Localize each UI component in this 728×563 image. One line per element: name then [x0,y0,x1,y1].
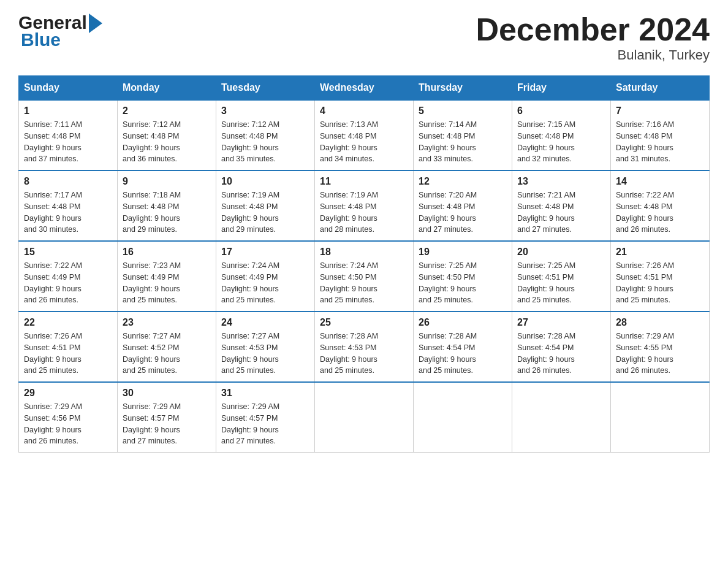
day-number: 7 [616,105,704,117]
day-info: Sunrise: 7:24 AM Sunset: 4:49 PM Dayligh… [221,260,309,306]
calendar-day-cell: 31 Sunrise: 7:29 AM Sunset: 4:57 PM Dayl… [216,382,315,453]
day-info: Sunrise: 7:27 AM Sunset: 4:53 PM Dayligh… [221,331,309,377]
day-number: 31 [221,388,309,399]
day-number: 6 [517,105,605,117]
day-number: 13 [517,176,605,187]
calendar-day-cell: 11 Sunrise: 7:19 AM Sunset: 4:48 PM Dayl… [315,170,414,241]
day-info: Sunrise: 7:15 AM Sunset: 4:48 PM Dayligh… [517,119,605,165]
day-info: Sunrise: 7:29 AM Sunset: 4:56 PM Dayligh… [24,401,112,447]
day-info: Sunrise: 7:29 AM Sunset: 4:57 PM Dayligh… [221,401,309,447]
day-info: Sunrise: 7:29 AM Sunset: 4:57 PM Dayligh… [123,401,211,447]
calendar-day-cell: 16 Sunrise: 7:23 AM Sunset: 4:49 PM Dayl… [118,241,216,312]
calendar-day-cell: 1 Sunrise: 7:11 AM Sunset: 4:48 PM Dayli… [19,100,118,170]
day-number: 17 [221,247,309,258]
calendar-day-header: Wednesday [315,76,414,101]
day-number: 20 [517,247,605,258]
day-info: Sunrise: 7:12 AM Sunset: 4:48 PM Dayligh… [123,119,211,165]
day-info: Sunrise: 7:25 AM Sunset: 4:51 PM Dayligh… [517,260,605,306]
calendar-day-cell: 23 Sunrise: 7:27 AM Sunset: 4:52 PM Dayl… [118,312,216,382]
day-number: 22 [24,317,112,328]
calendar-day-cell: 2 Sunrise: 7:12 AM Sunset: 4:48 PM Dayli… [118,100,216,170]
calendar-day-cell: 7 Sunrise: 7:16 AM Sunset: 4:48 PM Dayli… [611,100,710,170]
day-number: 5 [419,105,507,117]
page-header: General Blue December 2024 Bulanik, Turk… [18,12,710,63]
day-info: Sunrise: 7:22 AM Sunset: 4:48 PM Dayligh… [616,190,704,236]
day-info: Sunrise: 7:19 AM Sunset: 4:48 PM Dayligh… [320,190,408,236]
day-number: 29 [24,388,112,399]
page-title: December 2024 [476,12,710,47]
calendar-day-cell: 25 Sunrise: 7:28 AM Sunset: 4:53 PM Dayl… [315,312,414,382]
calendar-day-cell: 4 Sunrise: 7:13 AM Sunset: 4:48 PM Dayli… [315,100,414,170]
day-number: 1 [24,105,112,117]
calendar-day-cell: 8 Sunrise: 7:17 AM Sunset: 4:48 PM Dayli… [19,170,118,241]
calendar-day-cell: 18 Sunrise: 7:24 AM Sunset: 4:50 PM Dayl… [315,241,414,312]
calendar-day-cell: 14 Sunrise: 7:22 AM Sunset: 4:48 PM Dayl… [611,170,710,241]
day-info: Sunrise: 7:22 AM Sunset: 4:49 PM Dayligh… [24,260,112,306]
logo-blue-text: Blue [21,29,61,50]
calendar-day-header: Sunday [19,76,118,101]
day-number: 25 [320,317,408,328]
calendar-day-cell: 13 Sunrise: 7:21 AM Sunset: 4:48 PM Dayl… [512,170,611,241]
calendar-day-cell [611,382,710,453]
day-info: Sunrise: 7:27 AM Sunset: 4:52 PM Dayligh… [123,331,211,377]
calendar-day-cell: 26 Sunrise: 7:28 AM Sunset: 4:54 PM Dayl… [414,312,512,382]
calendar-day-header: Friday [512,76,611,101]
day-info: Sunrise: 7:17 AM Sunset: 4:48 PM Dayligh… [24,190,112,236]
calendar-week-row: 8 Sunrise: 7:17 AM Sunset: 4:48 PM Dayli… [19,170,710,241]
calendar-day-cell: 24 Sunrise: 7:27 AM Sunset: 4:53 PM Dayl… [216,312,315,382]
day-number: 26 [419,317,507,328]
day-info: Sunrise: 7:19 AM Sunset: 4:48 PM Dayligh… [221,190,309,236]
calendar-day-cell [512,382,611,453]
page-subtitle: Bulanik, Turkey [476,47,710,63]
day-info: Sunrise: 7:16 AM Sunset: 4:48 PM Dayligh… [616,119,704,165]
day-number: 11 [320,176,408,187]
day-info: Sunrise: 7:28 AM Sunset: 4:54 PM Dayligh… [419,331,507,377]
calendar-week-row: 15 Sunrise: 7:22 AM Sunset: 4:49 PM Dayl… [19,241,710,312]
calendar-day-cell: 9 Sunrise: 7:18 AM Sunset: 4:48 PM Dayli… [118,170,216,241]
day-number: 2 [123,105,211,117]
day-number: 19 [419,247,507,258]
calendar-week-row: 22 Sunrise: 7:26 AM Sunset: 4:51 PM Dayl… [19,312,710,382]
day-number: 12 [419,176,507,187]
calendar-week-row: 1 Sunrise: 7:11 AM Sunset: 4:48 PM Dayli… [19,100,710,170]
day-number: 10 [221,176,309,187]
day-number: 18 [320,247,408,258]
day-number: 16 [123,247,211,258]
calendar-day-cell [315,382,414,453]
calendar-day-cell: 12 Sunrise: 7:20 AM Sunset: 4:48 PM Dayl… [414,170,512,241]
calendar-week-row: 29 Sunrise: 7:29 AM Sunset: 4:56 PM Dayl… [19,382,710,453]
day-number: 8 [24,176,112,187]
day-info: Sunrise: 7:26 AM Sunset: 4:51 PM Dayligh… [616,260,704,306]
day-info: Sunrise: 7:24 AM Sunset: 4:50 PM Dayligh… [320,260,408,306]
logo-arrow-icon [89,13,102,33]
calendar-day-header: Saturday [611,76,710,101]
calendar-day-cell: 3 Sunrise: 7:12 AM Sunset: 4:48 PM Dayli… [216,100,315,170]
calendar-day-cell: 6 Sunrise: 7:15 AM Sunset: 4:48 PM Dayli… [512,100,611,170]
calendar-day-cell: 20 Sunrise: 7:25 AM Sunset: 4:51 PM Dayl… [512,241,611,312]
day-number: 23 [123,317,211,328]
day-info: Sunrise: 7:21 AM Sunset: 4:48 PM Dayligh… [517,190,605,236]
calendar-day-header: Monday [118,76,216,101]
calendar-day-cell: 10 Sunrise: 7:19 AM Sunset: 4:48 PM Dayl… [216,170,315,241]
calendar-day-cell: 30 Sunrise: 7:29 AM Sunset: 4:57 PM Dayl… [118,382,216,453]
calendar-day-cell: 28 Sunrise: 7:29 AM Sunset: 4:55 PM Dayl… [611,312,710,382]
calendar-header-row: SundayMondayTuesdayWednesdayThursdayFrid… [19,76,710,101]
calendar-table: SundayMondayTuesdayWednesdayThursdayFrid… [18,75,710,453]
day-number: 14 [616,176,704,187]
day-number: 28 [616,317,704,328]
day-info: Sunrise: 7:20 AM Sunset: 4:48 PM Dayligh… [419,190,507,236]
day-number: 3 [221,105,309,117]
calendar-day-cell: 21 Sunrise: 7:26 AM Sunset: 4:51 PM Dayl… [611,241,710,312]
logo: General Blue [18,12,102,50]
day-info: Sunrise: 7:26 AM Sunset: 4:51 PM Dayligh… [24,331,112,377]
day-number: 27 [517,317,605,328]
calendar-day-cell: 5 Sunrise: 7:14 AM Sunset: 4:48 PM Dayli… [414,100,512,170]
day-info: Sunrise: 7:28 AM Sunset: 4:54 PM Dayligh… [517,331,605,377]
day-info: Sunrise: 7:18 AM Sunset: 4:48 PM Dayligh… [123,190,211,236]
calendar-day-cell: 29 Sunrise: 7:29 AM Sunset: 4:56 PM Dayl… [19,382,118,453]
day-info: Sunrise: 7:14 AM Sunset: 4:48 PM Dayligh… [419,119,507,165]
calendar-day-cell: 15 Sunrise: 7:22 AM Sunset: 4:49 PM Dayl… [19,241,118,312]
calendar-day-cell: 19 Sunrise: 7:25 AM Sunset: 4:50 PM Dayl… [414,241,512,312]
day-number: 30 [123,388,211,399]
title-block: December 2024 Bulanik, Turkey [476,12,710,63]
